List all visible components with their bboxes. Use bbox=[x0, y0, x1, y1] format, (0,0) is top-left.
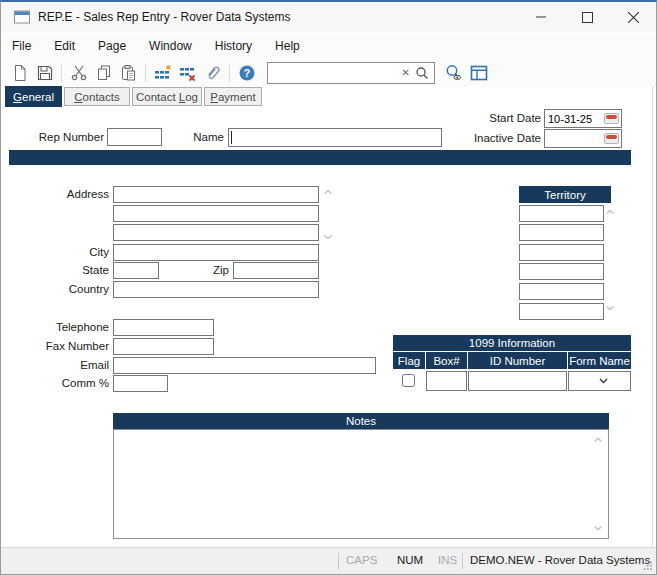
flag-checkbox[interactable] bbox=[402, 374, 415, 387]
help-icon: ? bbox=[238, 64, 256, 82]
address-scroll-down-icon[interactable] bbox=[323, 234, 333, 240]
country-label: Country bbox=[11, 281, 109, 298]
status-bar: CAPS NUM INS DEMO.NEW - Rover Data Syste… bbox=[1, 547, 656, 574]
menu-file[interactable]: File bbox=[3, 34, 40, 58]
toolbar: ? ✕ bbox=[1, 59, 656, 86]
territory-row-input[interactable] bbox=[519, 283, 604, 300]
lookup-button[interactable] bbox=[441, 61, 466, 84]
box-number-input[interactable] bbox=[426, 371, 467, 391]
resize-grip[interactable] bbox=[642, 560, 653, 571]
comm-percent-label: Comm % bbox=[11, 375, 109, 392]
start-date-input[interactable] bbox=[545, 113, 604, 125]
num-indicator: NUM bbox=[397, 554, 423, 566]
maximize-button[interactable] bbox=[564, 2, 610, 32]
help-button[interactable]: ? bbox=[234, 61, 259, 84]
notes-scroll-down-icon[interactable] bbox=[593, 525, 603, 531]
id-number-input[interactable] bbox=[468, 371, 567, 391]
calendar-icon[interactable] bbox=[604, 113, 619, 124]
copy-button[interactable] bbox=[91, 61, 116, 84]
calendar-icon[interactable] bbox=[604, 133, 619, 144]
toolbar-separator bbox=[145, 64, 146, 82]
address-line1-input[interactable] bbox=[113, 186, 319, 203]
name-input[interactable] bbox=[232, 132, 441, 144]
save-button[interactable] bbox=[32, 61, 57, 84]
delete-row-button[interactable] bbox=[175, 61, 200, 84]
country-input[interactable] bbox=[113, 281, 319, 298]
insert-row-button[interactable] bbox=[150, 61, 175, 84]
tab-payment[interactable]: Payment bbox=[204, 87, 262, 106]
fax-number-input[interactable] bbox=[113, 338, 214, 355]
notes-textarea[interactable] bbox=[113, 429, 609, 539]
col-header-id-number: ID Number bbox=[468, 352, 567, 369]
menu-help[interactable]: Help bbox=[266, 34, 309, 58]
tab-general[interactable]: General bbox=[5, 86, 62, 107]
status-separator bbox=[338, 553, 339, 569]
territory-row-input[interactable] bbox=[519, 205, 604, 222]
toolbar-separator bbox=[229, 64, 230, 82]
territory-row-input[interactable] bbox=[519, 224, 604, 241]
cut-icon bbox=[70, 64, 88, 82]
chevron-down-icon bbox=[599, 378, 608, 384]
rep-number-label: Rep Number bbox=[6, 129, 104, 146]
tab-contacts[interactable]: Contacts bbox=[64, 87, 130, 106]
fax-number-label: Fax Number bbox=[11, 338, 109, 355]
section-divider-bar bbox=[9, 150, 631, 165]
address-scroll-up-icon[interactable] bbox=[323, 189, 333, 195]
notes-header: Notes bbox=[113, 413, 609, 429]
tab-strip: General Contacts Contact Log Payment bbox=[1, 86, 656, 107]
address-line3-input[interactable] bbox=[113, 224, 319, 241]
menu-edit[interactable]: Edit bbox=[45, 34, 84, 58]
menu-bar: File Edit Page Window History Help bbox=[1, 33, 656, 59]
state-label: State bbox=[11, 262, 109, 279]
inactive-date-input[interactable] bbox=[545, 133, 604, 145]
attachment-button[interactable] bbox=[200, 61, 225, 84]
svg-text:?: ? bbox=[243, 66, 249, 78]
close-button[interactable] bbox=[610, 2, 656, 32]
tab-contact-log[interactable]: Contact Log bbox=[132, 87, 202, 106]
telephone-label: Telephone bbox=[11, 319, 109, 336]
territory-scroll-up-icon[interactable] bbox=[605, 209, 615, 215]
toolbar-search-box: ✕ bbox=[267, 62, 435, 84]
territory-row-input[interactable] bbox=[519, 263, 604, 280]
menu-page[interactable]: Page bbox=[89, 34, 135, 58]
app-window: REP.E - Sales Rep Entry - Rover Data Sys… bbox=[0, 0, 657, 575]
menu-history[interactable]: History bbox=[206, 34, 261, 58]
address-line2-input[interactable] bbox=[113, 205, 319, 222]
cut-button[interactable] bbox=[66, 61, 91, 84]
telephone-input[interactable] bbox=[113, 319, 214, 336]
territory-header: Territory bbox=[519, 186, 611, 203]
delete-row-icon bbox=[179, 64, 197, 82]
name-field-wrap bbox=[228, 128, 442, 147]
city-input[interactable] bbox=[113, 244, 319, 261]
new-button[interactable] bbox=[7, 61, 32, 84]
clear-search-icon[interactable]: ✕ bbox=[397, 67, 415, 78]
new-document-icon bbox=[11, 64, 29, 82]
search-icon[interactable] bbox=[415, 66, 429, 80]
window-layout-icon bbox=[470, 64, 488, 82]
paperclip-icon bbox=[204, 64, 222, 82]
territory-row-input[interactable] bbox=[519, 303, 604, 320]
start-date-field-wrap bbox=[544, 109, 622, 128]
status-message: DEMO.NEW - Rover Data Systems bbox=[470, 554, 650, 566]
menu-window[interactable]: Window bbox=[140, 34, 201, 58]
paste-icon bbox=[120, 64, 138, 82]
minimize-button[interactable] bbox=[518, 2, 564, 32]
notes-scroll-up-icon[interactable] bbox=[593, 437, 603, 443]
title-bar[interactable]: REP.E - Sales Rep Entry - Rover Data Sys… bbox=[1, 2, 656, 32]
paste-button[interactable] bbox=[116, 61, 141, 84]
minimize-icon bbox=[536, 12, 546, 22]
search-input[interactable] bbox=[273, 67, 397, 79]
zip-input[interactable] bbox=[233, 262, 319, 279]
layout-button[interactable] bbox=[466, 61, 491, 84]
col-header-form-name: Form Name bbox=[568, 352, 631, 369]
state-input[interactable] bbox=[113, 262, 159, 279]
email-label: Email bbox=[11, 357, 109, 374]
lookup-eye-icon bbox=[445, 64, 463, 82]
territory-scroll-down-icon[interactable] bbox=[605, 305, 615, 311]
territory-row-input[interactable] bbox=[519, 244, 604, 261]
comm-percent-input[interactable] bbox=[113, 375, 168, 392]
form-name-dropdown[interactable] bbox=[568, 371, 631, 391]
window-title: REP.E - Sales Rep Entry - Rover Data Sys… bbox=[38, 10, 291, 24]
email-input[interactable] bbox=[113, 357, 376, 374]
start-date-label: Start Date bbox=[433, 110, 541, 127]
